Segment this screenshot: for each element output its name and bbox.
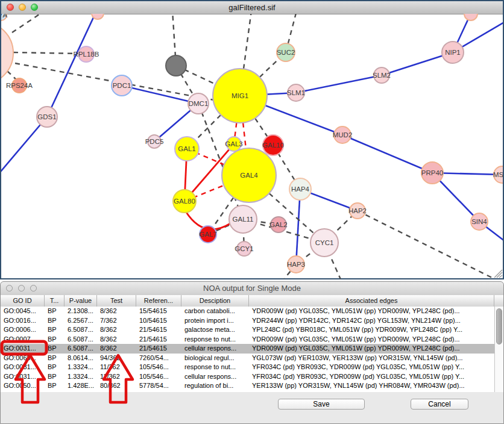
cell: BP <box>45 344 65 354</box>
cell: GO:0006... <box>1 325 45 335</box>
table-body: GO:0045...BP2.1308...8/36215/54615carbon… <box>1 307 494 392</box>
network-canvas[interactable]: 17ARPL18BRPS24AGDS1PDC1DMC1MIG1SUC2SLM1S… <box>1 14 503 279</box>
edge-pp <box>47 14 98 117</box>
cell: 8/362 <box>97 307 136 316</box>
column-header-t[interactable]: T... <box>45 295 65 307</box>
table-row[interactable]: GO:0007...BP6.5087...8/36221/54615respon… <box>1 335 494 344</box>
cell: 8/362 <box>97 325 136 335</box>
cell: YDR009W (pd) YGL035C, YML051W (pp) YDR00… <box>249 307 494 316</box>
column-header-desciption[interactable]: Desciption <box>181 295 249 307</box>
cell: 8.0614... <box>65 354 97 363</box>
node-label: SLM1 <box>287 89 305 96</box>
table-row[interactable]: GO:0050...BP1.428E...80/3625778/54...reg… <box>1 381 494 391</box>
node-label: SIN4 <box>471 218 487 225</box>
cell: BP <box>45 363 65 372</box>
resize-grip-icon[interactable] <box>499 275 502 278</box>
cell: 21/54615 <box>136 335 181 344</box>
cancel-button[interactable]: Cancel <box>411 399 468 410</box>
inactive-minimize-icon[interactable] <box>18 285 25 292</box>
table-row[interactable]: GO:0031...BP6.5087...8/36221/54615cellul… <box>1 344 494 354</box>
node-unlabeled[interactable] <box>166 55 186 76</box>
table-row[interactable]: GO:0065...BP8.0614...94/3627260/54...bio… <box>1 354 494 363</box>
inactive-zoom-icon[interactable] <box>30 285 37 292</box>
column-header-go-id[interactable]: GO ID <box>1 295 45 307</box>
node-label: PDC1 <box>113 82 131 89</box>
cell: response to nut... <box>181 335 249 344</box>
cell: 15/54615 <box>136 307 181 316</box>
cell: YDR244W (pp) YDR142C, YDR142C (pp) YGL15… <box>249 316 494 326</box>
cell: 2.1308... <box>65 307 97 316</box>
node-label: CYC1 <box>315 239 334 246</box>
node-label: PDC5 <box>145 138 164 145</box>
cell: 11/362 <box>97 372 136 382</box>
cell: regulation of bi... <box>181 381 249 391</box>
table-header: GO IDT...P-valueTestReferen...Desciption… <box>1 295 503 307</box>
node-unlabeled[interactable] <box>464 14 477 20</box>
cell: GO:0016... <box>1 316 45 326</box>
node-label: NIP1 <box>445 49 461 56</box>
node-label: HAP2 <box>348 207 367 214</box>
close-button-icon[interactable] <box>7 4 14 11</box>
node-label: GAL4 <box>240 172 258 179</box>
table-row[interactable]: GO:0031...BP1.3324...11/362105/546...cel… <box>1 372 494 382</box>
node-label: GAL2 <box>269 221 287 228</box>
node-label: PRP40 <box>421 169 443 176</box>
cell: cellular respons... <box>181 372 249 382</box>
column-header-referen[interactable]: Referen... <box>136 295 181 307</box>
save-button[interactable]: Save <box>278 399 365 410</box>
minimize-button-icon[interactable] <box>19 4 26 11</box>
cell: 21/54615 <box>136 325 181 335</box>
cell: GO:0031... <box>1 363 45 372</box>
edge-dash <box>12 14 41 33</box>
cell: 105/546... <box>136 372 181 382</box>
cell: GO:0065... <box>1 354 45 363</box>
cell: YFR034C (pd) YBR093C, YDR009W (pd) YGL03… <box>249 372 494 382</box>
cell: GO:0031... <box>1 344 45 354</box>
cell: BP <box>45 307 65 316</box>
screen: galFiltered.sif 17ARPL18BRPS24AGDS1PDC1D… <box>0 0 504 424</box>
network-window: galFiltered.sif 17ARPL18BRPS24AGDS1PDC1D… <box>0 0 504 279</box>
noa-window-title: NOA output for Single Mode <box>203 284 301 293</box>
table-row[interactable]: GO:0016...BP6.2567...7/36210/54615protei… <box>1 316 494 326</box>
cell: 11/362 <box>97 363 136 372</box>
node-label: GAL10 <box>262 142 284 149</box>
cell: 6.5087... <box>65 335 97 344</box>
cell: biological regul... <box>181 354 249 363</box>
cell: GO:0050... <box>1 381 45 391</box>
edge-pp <box>296 75 382 93</box>
node-label: 17A <box>1 14 8 19</box>
cell: 1.428E... <box>65 381 97 391</box>
noa-window-titlebar[interactable]: NOA output for Single Mode <box>1 282 503 296</box>
cell: 8/362 <box>97 335 136 344</box>
cell: 94/362 <box>97 354 136 363</box>
node-label: GCY1 <box>235 245 253 252</box>
column-header-test[interactable]: Test <box>97 295 136 307</box>
cell: YDR009W (pd) YGL035C, YML051W (pp) YDR00… <box>249 335 494 344</box>
inactive-close-icon[interactable] <box>6 285 13 292</box>
cell: GO:0045... <box>1 307 45 316</box>
cell: 105/546... <box>136 363 181 372</box>
column-header-p-value[interactable]: P-value <box>65 295 97 307</box>
table-row[interactable]: GO:0006...BP6.5087...8/36221/54615galact… <box>1 325 494 335</box>
scrollbar-thumb[interactable] <box>496 308 502 344</box>
network-window-titlebar[interactable]: galFiltered.sif <box>1 1 503 14</box>
node-label: RPS24A <box>6 82 33 89</box>
node-label: GAL80 <box>174 198 195 205</box>
node-label: GAL3 <box>225 140 242 148</box>
table-row[interactable]: GO:0031...BP1.3324...11/362105/546...res… <box>1 363 494 372</box>
cell: 21/54615 <box>136 344 181 354</box>
node-unlabeled[interactable] <box>1 22 13 84</box>
cell: galactose meta... <box>181 325 249 335</box>
cell: 6.5087... <box>65 325 97 335</box>
cell: response to nut... <box>181 363 249 372</box>
edge-pp <box>342 135 432 173</box>
column-header-spacer <box>494 295 503 307</box>
table-row[interactable]: GO:0045...BP2.1308...8/36215/54615carbon… <box>1 307 494 316</box>
column-header-associated-edges[interactable]: Associated edges <box>249 295 494 307</box>
cell: GO:0007... <box>1 335 45 344</box>
network-window-title: galFiltered.sif <box>228 3 275 12</box>
cell: YFR034C (pd) YBR093C, YDR009W (pd) YGL03… <box>249 363 494 372</box>
vertical-scrollbar[interactable] <box>494 307 503 392</box>
node-label: MSL1 <box>493 171 503 178</box>
zoom-button-icon[interactable] <box>31 4 38 11</box>
